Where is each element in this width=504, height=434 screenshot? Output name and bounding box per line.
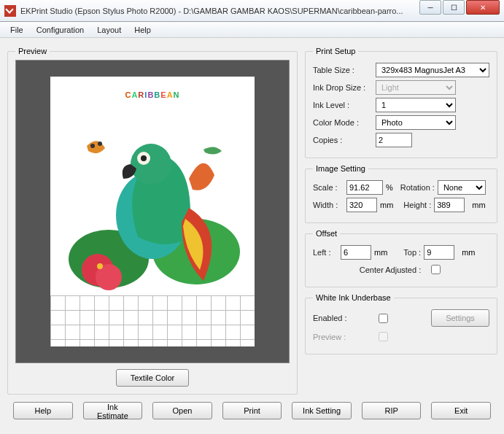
exit-button[interactable]: Exit [431, 402, 491, 419]
offset-left-input[interactable] [341, 245, 371, 260]
white-ink-group: White Ink Underbase Enabled : Settings P… [305, 293, 497, 354]
artwork-image [58, 106, 247, 295]
window-title: EKPrint Studio (Epson Stylus Photo R2000… [20, 7, 419, 15]
table-size-label: Table Size : [313, 66, 373, 74]
offset-left-mm: mm [374, 248, 387, 257]
center-adjusted-label: Center Adjusted : [360, 266, 421, 274]
center-adjusted-checkbox[interactable] [431, 265, 441, 274]
menu-layout[interactable]: Layout [91, 24, 127, 36]
enabled-label: Enabled : [313, 314, 373, 322]
content-area: Preview CARIBBEAN [0, 38, 504, 434]
preview-legend: Preview [15, 47, 50, 55]
menu-bar: File Configuration Layout Help [0, 22, 504, 38]
print-setup-legend: Print Setup [313, 47, 358, 55]
svg-point-6 [90, 144, 95, 148]
ink-drop-label: Ink Drop Size : [313, 83, 373, 92]
percent-label: % [386, 183, 393, 192]
width-label: Width : [313, 201, 344, 209]
offset-top-mm: mm [462, 248, 475, 257]
height-label: Height : [403, 201, 431, 209]
ink-estimate-button[interactable]: Ink Estimate [83, 402, 143, 419]
print-setup-group: Print Setup Table Size : 329x483 MagnusJ… [305, 47, 497, 158]
width-input[interactable] [346, 198, 377, 212]
preview-canvas[interactable]: CARIBBEAN [15, 60, 290, 363]
preview-label: Preview : [313, 333, 373, 341]
preview-group: Preview CARIBBEAN [7, 47, 298, 395]
offset-top-input[interactable] [424, 245, 454, 260]
width-mm: mm [380, 201, 393, 209]
help-button[interactable]: Help [13, 402, 73, 419]
svg-point-3 [131, 144, 171, 185]
close-button[interactable]: ✕ [466, 0, 500, 15]
scale-input[interactable] [346, 180, 383, 195]
minimize-button[interactable]: ─ [419, 0, 441, 15]
table-size-select[interactable]: 329x483 MagnusJet A3 [376, 63, 489, 77]
open-button[interactable]: Open [152, 402, 212, 419]
white-ink-legend: White Ink Underbase [313, 293, 394, 302]
menu-configuration[interactable]: Configuration [31, 24, 90, 36]
textile-color-button[interactable]: Textile Color [116, 369, 189, 387]
enabled-checkbox[interactable] [379, 314, 388, 323]
svg-point-10 [97, 263, 103, 269]
settings-button: Settings [431, 309, 489, 327]
color-mode-label: Color Mode : [313, 118, 373, 127]
artwork-text: CARIBBEAN [50, 81, 255, 103]
offset-left-label: Left : [313, 248, 338, 257]
ink-drop-select: Light [376, 80, 456, 95]
scale-label: Scale : [313, 183, 344, 192]
color-mode-select[interactable]: Photo [376, 115, 456, 130]
preview-page: CARIBBEAN [50, 77, 255, 346]
bottom-button-bar: Help Ink Estimate Open Print Ink Setting… [7, 402, 497, 419]
rip-button[interactable]: RIP [362, 402, 422, 419]
height-input[interactable] [434, 198, 465, 212]
offset-legend: Offset [313, 229, 340, 238]
height-mm: mm [472, 201, 485, 209]
print-button[interactable]: Print [222, 402, 282, 419]
rotation-label: Rotation : [400, 183, 435, 192]
preview-checkbox [379, 332, 388, 341]
rotation-select[interactable]: None [438, 180, 486, 195]
svg-point-5 [141, 155, 147, 161]
menu-file[interactable]: File [4, 24, 29, 36]
image-setting-legend: Image Setting [313, 164, 368, 173]
svg-point-7 [98, 142, 102, 146]
app-icon [4, 5, 16, 17]
menu-help[interactable]: Help [128, 24, 157, 36]
ink-level-label: Ink Level : [313, 101, 373, 109]
ink-setting-button[interactable]: Ink Setting [292, 402, 352, 419]
offset-group: Offset Left : mm Top : mm Center Adjuste… [305, 229, 497, 287]
offset-top-label: Top : [403, 248, 421, 257]
title-bar: EKPrint Studio (Epson Stylus Photo R2000… [0, 0, 504, 22]
copies-label: Copies : [313, 136, 373, 144]
ink-level-select[interactable]: 1 [376, 98, 456, 112]
copies-input[interactable] [376, 133, 412, 147]
preview-grid [50, 295, 255, 346]
maximize-button[interactable]: ☐ [443, 0, 465, 15]
image-setting-group: Image Setting Scale : % Rotation : None … [305, 164, 497, 223]
